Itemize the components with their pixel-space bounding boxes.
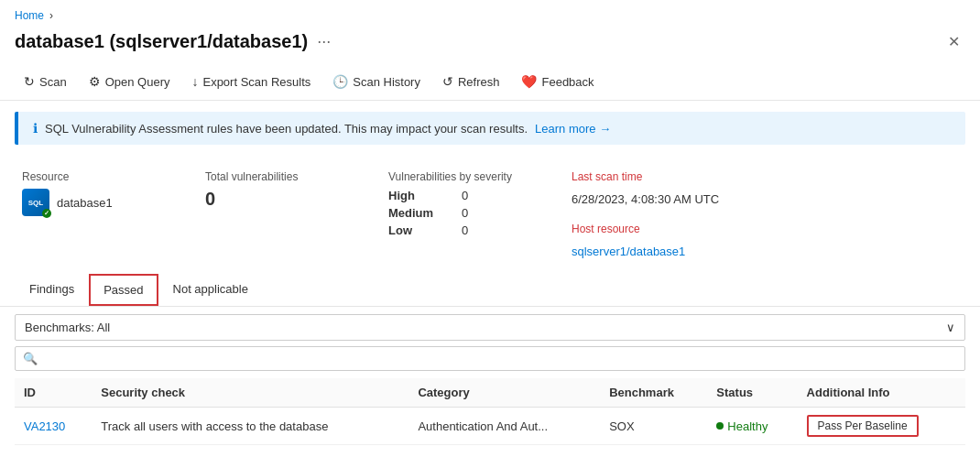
search-box: 🔍 <box>15 346 965 371</box>
breadcrumb-separator: › <box>49 9 53 22</box>
scan-history-label: Scan History <box>353 75 420 89</box>
total-vuln-value: 0 <box>205 189 352 210</box>
pass-per-baseline-button[interactable]: Pass Per Baseline <box>807 415 919 437</box>
chevron-down-icon: ∨ <box>946 321 955 334</box>
col-header-status: Status <box>707 378 797 408</box>
title-bar: database1 (sqlserver1/database1) ··· ✕ <box>0 26 980 63</box>
cell-id: VA2130 <box>15 408 92 445</box>
export-button[interactable]: ↓ Export Scan Results <box>182 69 320 94</box>
history-icon: 🕒 <box>332 74 348 89</box>
feedback-label: Feedback <box>541 75 593 89</box>
total-vuln-label: Total vulnerabilities <box>205 170 352 183</box>
open-query-button[interactable]: ⚙ Open Query <box>80 69 180 94</box>
resource-name: database1 <box>57 196 113 210</box>
summary-section: Resource SQL ✓ database1 Total vulnerabi… <box>0 156 980 273</box>
results-table: ID Security check Category Benchmark Sta… <box>15 378 965 445</box>
high-value: 0 <box>462 189 468 202</box>
col-header-additional-info: Additional Info <box>798 378 965 408</box>
medium-label: Medium <box>388 206 443 220</box>
benchmarks-dropdown[interactable]: Benchmarks: All ∨ <box>15 314 965 341</box>
tab-passed[interactable]: Passed <box>89 274 158 306</box>
low-label: Low <box>388 223 443 237</box>
table-row: VA2130 Track all users with access to th… <box>15 408 965 445</box>
filter-section: Benchmarks: All ∨ 🔍 <box>0 307 980 378</box>
id-link[interactable]: VA2130 <box>24 419 65 433</box>
medium-severity-row: Medium 0 <box>388 206 535 220</box>
breadcrumb-home[interactable]: Home <box>15 9 44 22</box>
severity-grid: High 0 Medium 0 Low 0 <box>388 189 535 237</box>
col-header-security-check: Security check <box>92 378 408 408</box>
refresh-label: Refresh <box>458 75 500 89</box>
query-icon: ⚙ <box>89 74 101 89</box>
cell-status: Healthy <box>707 408 797 445</box>
severity-block: Vulnerabilities by severity High 0 Mediu… <box>388 170 535 237</box>
scan-button[interactable]: ↻ Scan <box>15 69 76 94</box>
info-icon: ℹ <box>33 121 38 136</box>
refresh-button[interactable]: ↺ Refresh <box>433 69 509 94</box>
high-severity-row: High 0 <box>388 189 535 202</box>
cell-additional-info: Pass Per Baseline <box>798 408 965 445</box>
resource-block: Resource SQL ✓ database1 <box>22 170 169 216</box>
page-title: database1 (sqlserver1/database1) <box>15 31 308 52</box>
search-input[interactable] <box>43 352 957 365</box>
low-severity-row: Low 0 <box>388 223 535 237</box>
export-icon: ↓ <box>191 74 198 89</box>
cell-benchmark: SOX <box>600 408 707 445</box>
last-scan-label: Last scan time <box>572 170 755 183</box>
toolbar: ↻ Scan ⚙ Open Query ↓ Export Scan Result… <box>0 63 980 101</box>
refresh-icon: ↺ <box>442 74 453 89</box>
table-section: ID Security check Category Benchmark Sta… <box>0 378 980 445</box>
close-button[interactable]: ✕ <box>942 29 965 54</box>
high-label: High <box>388 189 443 202</box>
col-header-benchmark: Benchmark <box>600 378 707 408</box>
scan-label: Scan <box>39 75 67 89</box>
benchmarks-label: Benchmarks: All <box>25 321 110 334</box>
cell-category: Authentication And Aut... <box>408 408 600 445</box>
table-header-row: ID Security check Category Benchmark Sta… <box>15 378 965 408</box>
breadcrumb: Home › <box>0 0 980 26</box>
scan-history-button[interactable]: 🕒 Scan History <box>323 69 430 94</box>
feedback-button[interactable]: ❤️ Feedback <box>512 69 603 94</box>
last-scan-value: 6/28/2023, 4:08:30 AM UTC <box>572 192 755 206</box>
resource-row: SQL ✓ database1 <box>22 189 169 216</box>
col-header-category: Category <box>408 378 600 408</box>
resource-label: Resource <box>22 170 169 183</box>
info-banner: ℹ SQL Vulnerability Assessment rules hav… <box>15 112 965 145</box>
host-resource-label: Host resource <box>572 223 755 235</box>
low-value: 0 <box>462 223 468 237</box>
open-query-label: Open Query <box>105 75 170 89</box>
tab-not-applicable[interactable]: Not applicable <box>158 273 263 307</box>
medium-value: 0 <box>462 206 468 220</box>
tab-findings[interactable]: Findings <box>15 273 89 307</box>
scan-icon: ↻ <box>24 74 35 89</box>
scan-time-block: Last scan time 6/28/2023, 4:08:30 AM UTC… <box>572 170 755 258</box>
cell-security-check: Track all users with access to the datab… <box>92 408 408 445</box>
severity-label: Vulnerabilities by severity <box>388 170 535 183</box>
more-options-icon[interactable]: ··· <box>317 32 331 51</box>
total-vuln-block: Total vulnerabilities 0 <box>205 170 352 210</box>
resource-icon: SQL ✓ <box>22 189 49 216</box>
banner-text: SQL Vulnerability Assessment rules have … <box>45 122 528 136</box>
export-label: Export Scan Results <box>202 75 310 89</box>
host-link[interactable]: sqlserver1/database1 <box>572 245 755 258</box>
checkmark-icon: ✓ <box>42 209 51 218</box>
search-icon: 🔍 <box>23 352 38 365</box>
tabs-section: Findings Passed Not applicable <box>0 273 980 307</box>
feedback-icon: ❤️ <box>521 74 537 89</box>
learn-more-link[interactable]: Learn more → <box>535 122 611 136</box>
col-header-id: ID <box>15 378 92 408</box>
status-healthy-icon <box>716 422 724 430</box>
status-value: Healthy <box>727 419 768 433</box>
